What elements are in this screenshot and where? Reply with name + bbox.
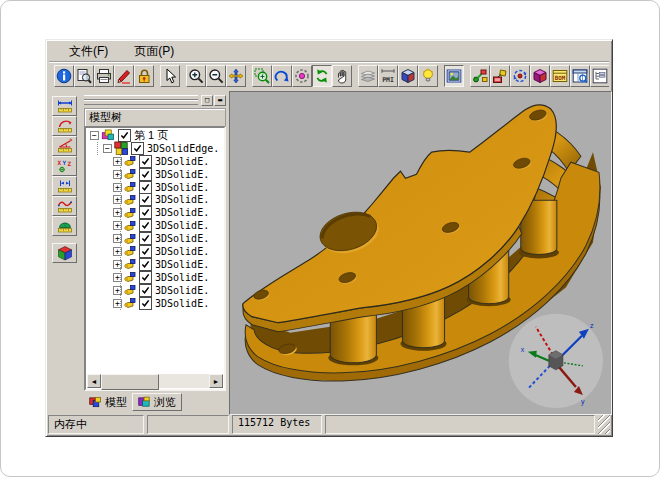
part-checkbox[interactable] xyxy=(139,297,152,310)
refresh-view-button[interactable] xyxy=(312,65,332,87)
pmi-button[interactable]: PMI xyxy=(378,65,398,87)
explode-tools-button[interactable] xyxy=(470,65,490,87)
tree-part-row[interactable]: + 3DSolidE. xyxy=(87,206,223,219)
tree-assembly-row[interactable]: − 3DSolidEdge. xyxy=(87,142,223,155)
explode-box-icon xyxy=(532,68,548,84)
tree-part-row[interactable]: + 3DSolidE. xyxy=(87,219,223,232)
part-checkbox[interactable] xyxy=(139,232,152,245)
scrollbar-thumb[interactable] xyxy=(101,374,159,390)
info-button[interactable] xyxy=(54,65,74,87)
3d-viewport[interactable]: z y x xyxy=(229,91,612,415)
tree-part-row[interactable]: + 3DSolidE. xyxy=(87,193,223,206)
tree-part-row[interactable]: + 3DSolidE. xyxy=(87,155,223,168)
tab-model[interactable]: 模型 xyxy=(84,394,132,411)
svg-text:X: X xyxy=(57,159,61,166)
measure-curve-button[interactable] xyxy=(52,196,77,216)
spin-view-button[interactable] xyxy=(292,65,312,87)
bom-icon: BOM xyxy=(552,68,568,84)
part-checkbox[interactable] xyxy=(139,258,152,271)
panel-maximize-button[interactable]: □ xyxy=(201,95,213,106)
tree-part-row[interactable]: + 3DSolidE. xyxy=(87,168,223,181)
part-node-icon xyxy=(124,207,136,219)
tree-part-row[interactable]: + 3DSolidE. xyxy=(87,181,223,194)
markup-pen-button[interactable] xyxy=(114,65,134,87)
layers-button[interactable] xyxy=(358,65,378,87)
part-node-label: 3DSolidE. xyxy=(155,272,209,283)
render-mode-cube-button[interactable] xyxy=(52,243,77,263)
table-view-icon xyxy=(572,68,588,84)
coordinate-xyz-button[interactable]: XYZ xyxy=(52,156,77,176)
measure-radius-icon xyxy=(57,118,73,134)
pan-hand-button[interactable] xyxy=(332,65,352,87)
measure-area-button[interactable] xyxy=(52,216,77,236)
measure-length-button[interactable] xyxy=(52,96,77,116)
tree-part-row[interactable]: + 3DSolidE. xyxy=(87,232,223,245)
tree-part-row[interactable]: + 3DSolidE. xyxy=(87,297,223,310)
panel-tabs: 模型 浏览 xyxy=(84,392,182,411)
select-cursor-icon xyxy=(162,68,178,84)
bom-button[interactable]: BOM xyxy=(550,65,570,87)
menu-page[interactable]: 页面(P) xyxy=(126,42,182,61)
zoom-out-button[interactable] xyxy=(206,65,226,87)
measure-angle-button[interactable] xyxy=(52,136,77,156)
tree-page-row[interactable]: − 第 1 页 xyxy=(87,129,223,142)
panel-gripper[interactable]: □ ▬ xyxy=(84,94,226,106)
check-icon xyxy=(120,131,129,140)
view-cube-button[interactable] xyxy=(398,65,418,87)
scroll-right-button[interactable]: ► xyxy=(209,374,223,388)
render-mode-cube-icon xyxy=(57,245,73,261)
refresh-view-icon xyxy=(314,68,330,84)
explode-box-button[interactable] xyxy=(530,65,550,87)
print-preview-icon xyxy=(76,68,92,84)
scroll-left-button[interactable]: ◄ xyxy=(87,374,101,388)
light-button[interactable] xyxy=(418,65,438,87)
menu-file[interactable]: 文件(F) xyxy=(61,42,116,61)
drag-part-button[interactable] xyxy=(490,65,510,87)
part-checkbox[interactable] xyxy=(139,168,152,181)
part-checkbox[interactable] xyxy=(139,271,152,284)
check-icon xyxy=(141,260,150,269)
part-checkbox[interactable] xyxy=(139,193,152,206)
tree-view-button[interactable] xyxy=(590,65,609,87)
snapshot-button[interactable] xyxy=(444,65,464,87)
axis-triad[interactable]: z y x xyxy=(509,314,603,408)
zoom-in-button[interactable] xyxy=(186,65,206,87)
spin-view-icon xyxy=(294,68,310,84)
rotate-assembly-button[interactable] xyxy=(510,65,530,87)
scrollbar-track[interactable] xyxy=(101,374,209,388)
part-checkbox[interactable] xyxy=(139,245,152,258)
assembly-checkbox[interactable] xyxy=(131,142,144,155)
orbit-view-button[interactable] xyxy=(272,65,292,87)
part-node-label: 3DSolidE. xyxy=(155,169,209,180)
part-checkbox[interactable] xyxy=(139,155,152,168)
tree-part-row[interactable]: + 3DSolidE. xyxy=(87,271,223,284)
check-icon xyxy=(141,221,150,230)
zoom-window-button[interactable] xyxy=(252,65,272,87)
permissions-key-button[interactable] xyxy=(134,65,154,87)
print-preview-button[interactable] xyxy=(74,65,94,87)
select-cursor-button[interactable] xyxy=(160,65,180,87)
print-button[interactable] xyxy=(94,65,114,87)
part-checkbox[interactable] xyxy=(139,206,152,219)
part-checkbox[interactable] xyxy=(139,181,152,194)
page-checkbox[interactable] xyxy=(118,129,131,142)
part-checkbox[interactable] xyxy=(139,219,152,232)
tree-part-row[interactable]: + 3DSolidE. xyxy=(87,245,223,258)
measure-distance-button[interactable] xyxy=(52,176,77,196)
part-checkbox[interactable] xyxy=(139,284,152,297)
markup-pen-icon xyxy=(116,68,132,84)
gripper-handle xyxy=(84,95,198,105)
resize-grip[interactable] xyxy=(598,415,610,434)
panel-dock-button[interactable]: ▬ xyxy=(214,95,226,106)
tree-part-row[interactable]: + 3DSolidE. xyxy=(87,258,223,271)
tab-browse[interactable]: 浏览 xyxy=(132,393,182,411)
pan-hand-icon xyxy=(334,68,350,84)
tree-part-row[interactable]: + 3DSolidE. xyxy=(87,284,223,297)
table-view-button[interactable] xyxy=(570,65,590,87)
browse-tab-icon xyxy=(138,396,151,409)
measure-radius-button[interactable] xyxy=(52,116,77,136)
pan-arrows-button[interactable] xyxy=(226,65,246,87)
collapse-icon[interactable]: − xyxy=(103,144,112,153)
collapse-icon[interactable]: − xyxy=(90,131,99,140)
part-node-icon xyxy=(124,284,136,296)
